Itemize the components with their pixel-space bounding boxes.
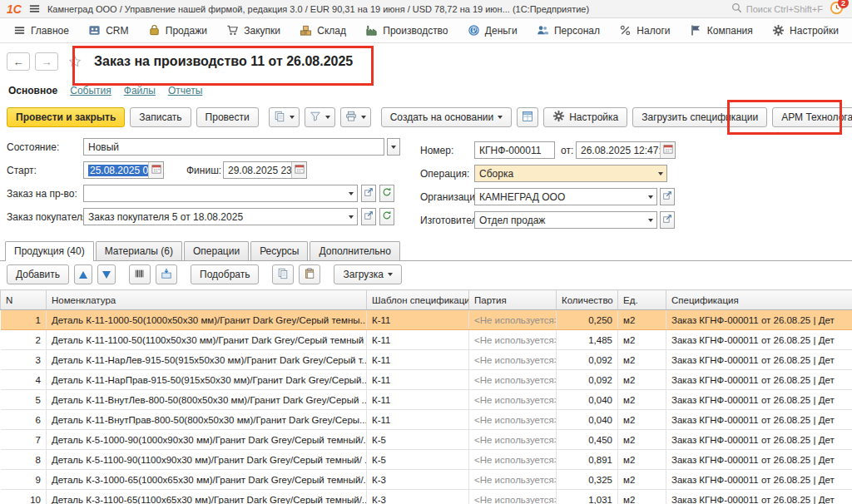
customer-order-open-button[interactable] [361,208,376,225]
filter-button[interactable] [305,107,335,127]
back-button[interactable]: ← [7,52,30,71]
tab-materials[interactable]: Материалы (6) [96,241,182,260]
nomenclature-cell: Деталь К-11-НарПрав-915-50(915x50x30 мм)… [47,370,367,390]
finish-date-field[interactable]: 29.08.2025 23:59 [223,161,307,179]
paste-rows-button[interactable] [299,264,320,284]
create-based-on-button[interactable]: Создать на основании [381,107,513,127]
state-dropdown-button[interactable] [387,138,400,156]
organization-open-button[interactable] [660,188,675,205]
customer-order-field[interactable]: Заказ покупателя 5 от 18.08.2025 [83,208,358,225]
prod-order-open-button[interactable] [361,185,376,202]
column-header-0[interactable]: N [1,290,47,310]
navigation-row: ← → Заказ на производство 11 от 26.08.20… [0,43,852,80]
menu-item-money[interactable]: Деньги [468,24,518,37]
column-header-5[interactable]: Ед. [618,290,666,310]
table-row-1[interactable]: 1Деталь К-11-1000-50(1000x50x30 мм)/Гран… [1,310,852,330]
section-tab-reports[interactable]: Отчеты [168,85,202,96]
organization-field[interactable]: КАМНЕГРАД ООО [474,188,657,205]
column-header-3[interactable]: Партия [469,290,557,310]
post-button[interactable]: Провести [196,107,259,127]
reports-button[interactable] [517,107,538,127]
column-header-4[interactable]: Количество [557,290,618,310]
manufacturer-field[interactable]: Отдел продаж [474,211,657,229]
table-row-2[interactable]: 2Деталь К-11-1100-50(1100x50x30 мм)/Гран… [1,330,852,350]
section-tab-main[interactable]: Основное [8,85,57,96]
load-specifications-button[interactable]: Загрузить спецификации [632,107,767,127]
menu-item-production[interactable]: Производство [365,24,448,37]
menu-item-taxes[interactable]: Налоги [619,24,670,37]
menu-item-staff[interactable]: Персонал [537,24,600,37]
section-tab-events[interactable]: События [70,85,111,96]
move-up-button[interactable] [74,264,92,284]
prod-order-field[interactable] [83,185,358,202]
chevron-down-icon[interactable] [654,166,666,181]
global-search[interactable]: Поиск Ctrl+Shift+F [731,2,823,15]
date-field[interactable]: 26.08.2025 12:47:24 [576,141,676,159]
row-number-cell: 3 [1,350,47,370]
row-number-cell: 6 [1,410,47,430]
number-field[interactable]: КГНФ-000011 [474,141,555,159]
tab-products[interactable]: Продукция (40) [5,241,94,260]
add-row-button[interactable]: Добавить [7,264,69,284]
tab-additional[interactable]: Дополнительно [310,241,399,260]
barcode-button[interactable] [129,264,151,284]
finish-calendar-button[interactable] [291,162,306,178]
post-and-close-button[interactable]: Провести и закрыть [7,107,125,127]
load-button[interactable]: Загрузка [334,264,402,284]
column-header-1[interactable]: Номенклатура [47,290,367,310]
tab-operations[interactable]: Операции [184,241,249,260]
menu-item-warehouse[interactable]: Склад [300,24,346,37]
quantity-cell: 0,250 [557,310,618,330]
operation-field[interactable]: Сборка [474,165,667,182]
unit-cell: м2 [618,370,666,390]
prod-order-choose-button[interactable] [379,185,394,202]
table-row-10[interactable]: 10Деталь К-3-1100-65(1100x65x30 мм)/Гран… [1,490,852,504]
chevron-down-icon[interactable] [344,209,357,225]
table-row-3[interactable]: 3Деталь К-11-НарЛев-915-50(915x50x30 мм)… [1,350,852,370]
forward-button[interactable]: → [35,52,58,71]
manufacturer-open-button[interactable] [660,211,675,229]
chevron-down-icon[interactable] [644,189,656,205]
favorite-star-icon[interactable] [68,55,82,68]
table-row-8[interactable]: 8Деталь К-5-1100-90(1100x90x30 мм)/Грани… [1,450,852,470]
start-calendar-button[interactable] [148,162,163,178]
copy-document-button[interactable] [269,107,300,127]
write-button[interactable]: Записать [130,107,191,127]
fill-button[interactable] [156,264,177,284]
chevron-down-icon[interactable] [644,212,656,228]
tab-resources[interactable]: Ресурсы [250,241,308,260]
table-row-4[interactable]: 4Деталь К-11-НарПрав-915-50(915x50x30 мм… [1,370,852,390]
table-row-9[interactable]: 9Деталь К-3-1000-65(1000x65x30 мм)/Грани… [1,470,852,490]
menu-item-company[interactable]: Компания [690,24,753,37]
table-row-7[interactable]: 7Деталь К-5-1000-90(1000x90x30 мм)/Грани… [1,430,852,450]
spec-template-cell: К-11 [367,330,469,350]
pick-button[interactable]: Подобрать [191,264,259,284]
menu-item-label: Налоги [637,25,670,37]
warehouse-icon [300,24,312,37]
section-tab-files[interactable]: Файлы [124,85,156,96]
hamburger-menu-icon[interactable] [28,2,41,15]
move-down-button[interactable] [97,264,116,284]
menu-item-purchases[interactable]: Закупки [226,24,280,37]
menu-item-sales[interactable]: Продажи [148,24,207,37]
settings-button[interactable]: Настройка [543,107,627,127]
column-header-6[interactable]: Спецификация [666,290,852,310]
table-row-6[interactable]: 6Деталь К-11-ВнутПрав-800-50(800x50x30 м… [1,410,852,430]
menu-item-settings[interactable]: Настройки [772,24,839,37]
notifications-button[interactable]: 2 [830,1,844,17]
quantity-cell: 1,485 [557,330,618,350]
search-placeholder: Поиск Ctrl+Shift+F [746,4,823,14]
copy-rows-button[interactable] [272,264,294,284]
state-field[interactable]: Новый [83,138,384,156]
customer-order-choose-button[interactable] [379,208,394,225]
chevron-down-icon[interactable] [344,185,357,201]
menu-item-main[interactable]: Главное [13,24,69,37]
table-row-5[interactable]: 5Деталь К-11-ВнутЛев-800-50(800x50x30 мм… [1,390,852,410]
print-button[interactable] [340,107,371,127]
start-date-field[interactable]: 25.08.2025 0:00 [83,161,164,179]
menu-item-crm[interactable]: CRM [88,24,128,37]
column-header-2[interactable]: Шаблон спецификаци... [367,290,469,310]
date-calendar-button[interactable] [660,142,675,158]
arm-technologist-button[interactable]: АРМ Технолога [772,107,852,127]
command-toolbar: Провести и закрыть Записать Провести Соз… [7,107,827,127]
